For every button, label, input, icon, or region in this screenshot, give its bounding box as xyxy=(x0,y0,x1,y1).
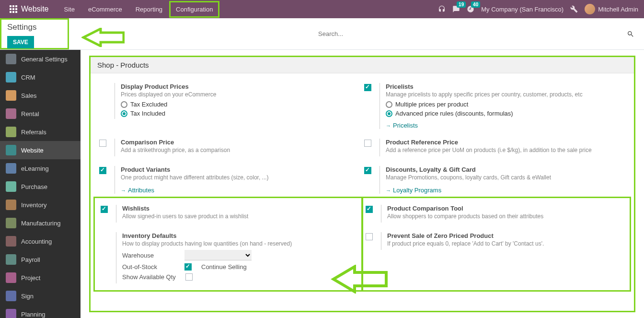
nav-menu-configuration[interactable]: Configuration xyxy=(169,1,219,18)
radio-icon xyxy=(386,110,392,117)
sidebar-item-purchase[interactable]: Purchase xyxy=(0,177,80,196)
link-loyalty[interactable]: →Loyalty Programs xyxy=(386,187,441,194)
sidebar-item-accounting[interactable]: Accounting xyxy=(0,232,80,250)
app-icon xyxy=(6,309,16,318)
sidebar-item-label: Planning xyxy=(21,311,46,318)
setting-desc: Prices displayed on your eCommerce xyxy=(121,91,360,98)
sidebar-item-elearning[interactable]: eLearning xyxy=(0,159,80,177)
app-name: Website xyxy=(21,5,49,13)
app-icon xyxy=(6,181,16,192)
search-icon[interactable] xyxy=(627,30,634,38)
sidebar-item-label: Sign xyxy=(21,293,34,300)
link-pricelists[interactable]: →Pricelists xyxy=(386,122,418,129)
checkbox-show-available[interactable] xyxy=(185,273,193,281)
app-icon xyxy=(6,127,16,137)
checkbox-reference-price[interactable] xyxy=(364,140,371,147)
sidebar-item-rental[interactable]: Rental xyxy=(0,105,80,123)
apps-sidebar: General SettingsCRMSalesRentalReferralsW… xyxy=(0,50,80,318)
checkbox-pricelists[interactable] xyxy=(364,84,371,91)
setting-variants: Product Variants One product might have … xyxy=(97,161,362,199)
app-icon xyxy=(6,218,16,228)
sidebar-item-referrals[interactable]: Referrals xyxy=(0,123,80,141)
app-icon xyxy=(6,163,16,174)
app-icon xyxy=(6,236,16,247)
page-header: Settings SAVE DISCARD xyxy=(0,18,644,50)
radio-icon xyxy=(386,101,392,108)
page-title: Settings xyxy=(7,23,62,32)
checkbox-continue-selling[interactable] xyxy=(184,263,192,271)
radio-icon xyxy=(121,101,127,108)
setting-wishlists: Wishlists Allow signed-in users to save … xyxy=(99,200,361,227)
app-icon xyxy=(6,72,16,82)
app-icon xyxy=(6,200,16,210)
sidebar-item-label: General Settings xyxy=(21,56,68,63)
checkbox-variants[interactable] xyxy=(99,167,106,174)
sidebar-item-crm[interactable]: CRM xyxy=(0,68,80,86)
app-icon xyxy=(6,254,16,265)
radio-multi-prices[interactable]: Multiple prices per product xyxy=(386,101,625,108)
nav-menu-ecommerce[interactable]: eCommerce xyxy=(81,1,129,18)
setting-inventory-defaults: Inventory Defaults How to display produc… xyxy=(99,227,361,288)
sidebar-item-label: Referrals xyxy=(21,129,46,136)
sidebar-item-label: Payroll xyxy=(21,256,40,263)
svg-rect-2 xyxy=(15,5,17,7)
sidebar-item-label: Purchase xyxy=(21,183,47,190)
checkbox-prevent-zero[interactable] xyxy=(366,233,373,240)
sidebar-item-label: Website xyxy=(21,147,44,154)
sidebar-item-label: Project xyxy=(21,274,40,282)
nav-menu-reporting[interactable]: Reporting xyxy=(129,1,169,18)
svg-rect-6 xyxy=(10,11,12,13)
svg-rect-0 xyxy=(10,5,12,7)
setting-discounts: Discounts, Loyalty & Gift Card Manage Pr… xyxy=(362,161,627,199)
setting-prevent-zero: Prevent Sale of Zero Priced Product If p… xyxy=(364,227,626,255)
nav-messaging[interactable]: 19 xyxy=(452,5,460,13)
radio-advanced-rules[interactable]: Advanced price rules (discounts, formula… xyxy=(386,110,625,117)
sidebar-item-general-settings[interactable]: General Settings xyxy=(0,50,80,68)
arrow-right-icon: → xyxy=(386,123,391,129)
warehouse-select[interactable] xyxy=(184,250,252,260)
svg-rect-8 xyxy=(15,11,17,13)
chat-badge: 19 xyxy=(457,1,466,8)
checkbox-wishlists[interactable] xyxy=(101,206,108,213)
activity-badge: 40 xyxy=(471,1,480,8)
setting-pricelists: Pricelists Manage pricelists to apply sp… xyxy=(362,78,627,134)
radio-tax-excluded[interactable]: Tax Excluded xyxy=(121,101,360,108)
sidebar-item-planning[interactable]: Planning xyxy=(0,305,80,318)
sidebar-item-label: Accounting xyxy=(21,238,52,245)
radio-tax-included[interactable]: Tax Included xyxy=(121,110,360,117)
sidebar-item-sales[interactable]: Sales xyxy=(0,86,80,105)
app-switcher[interactable]: Website xyxy=(6,5,53,13)
sidebar-item-website[interactable]: Website xyxy=(0,141,80,159)
nav-menu-site[interactable]: Site xyxy=(58,1,81,18)
sidebar-item-inventory[interactable]: Inventory xyxy=(0,196,80,214)
link-attributes[interactable]: →Attributes xyxy=(121,187,154,194)
radio-icon xyxy=(121,110,127,117)
sidebar-item-sign[interactable]: Sign xyxy=(0,287,80,305)
nav-company[interactable]: My Company (San Francisco) xyxy=(481,6,564,13)
nav-helpdesk[interactable] xyxy=(438,5,446,13)
section-title: Shop - Products xyxy=(91,57,634,73)
setting-reference-price: Product Reference Price Add a reference … xyxy=(362,134,627,161)
svg-rect-3 xyxy=(10,8,12,10)
sidebar-item-payroll[interactable]: Payroll xyxy=(0,250,80,269)
checkbox-comparison-tool[interactable] xyxy=(366,206,373,213)
search-input[interactable] xyxy=(318,30,627,37)
svg-rect-5 xyxy=(15,8,17,10)
checkbox-discounts[interactable] xyxy=(364,167,371,174)
setting-display-prices: Display Product Prices Prices displayed … xyxy=(97,78,362,134)
sidebar-item-label: Rental xyxy=(21,110,39,118)
sidebar-item-project[interactable]: Project xyxy=(0,269,80,287)
avatar xyxy=(585,4,595,14)
app-icon xyxy=(6,272,16,283)
checkbox-comparison-price[interactable] xyxy=(99,140,106,147)
sidebar-item-label: Manufacturing xyxy=(21,220,60,227)
sidebar-item-label: eLearning xyxy=(21,165,49,172)
debug-icon[interactable] xyxy=(570,5,578,13)
nav-user[interactable]: Mitchell Admin xyxy=(585,4,638,14)
save-button[interactable]: SAVE xyxy=(7,36,34,48)
arrow-right-icon: → xyxy=(121,188,126,193)
setting-comparison-price: Comparison Price Add a strikethrough pri… xyxy=(97,134,362,161)
setting-title: Display Product Prices xyxy=(121,83,360,90)
nav-activities[interactable]: 40 xyxy=(467,5,474,13)
sidebar-item-manufacturing[interactable]: Manufacturing xyxy=(0,214,80,232)
